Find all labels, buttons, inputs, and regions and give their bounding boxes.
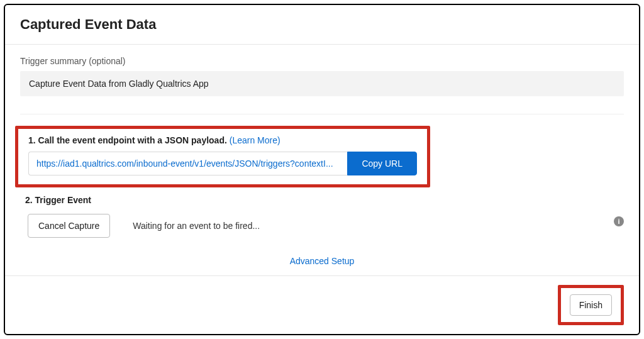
step2-title: 2. Trigger Event xyxy=(25,195,624,205)
cancel-capture-button[interactable]: Cancel Capture xyxy=(28,214,110,238)
modal-body: Trigger summary (optional) 1. Call the e… xyxy=(5,45,639,279)
trigger-summary-input[interactable] xyxy=(20,71,624,96)
page-title: Captured Event Data xyxy=(20,16,624,33)
finish-highlight-frame: Finish xyxy=(558,285,624,325)
copy-url-button[interactable]: Copy URL xyxy=(347,152,417,175)
step1-container: 1. Call the event endpoint with a JSON p… xyxy=(20,126,624,187)
waiting-status-text: Waiting for an event to be fired... xyxy=(133,221,260,231)
modal-header: Captured Event Data xyxy=(5,5,639,45)
trigger-summary-label: Trigger summary (optional) xyxy=(20,56,624,66)
event-url-field[interactable]: https://iad1.qualtrics.com/inbound-event… xyxy=(28,152,347,175)
info-icon[interactable]: i xyxy=(614,216,624,226)
modal-footer: Finish xyxy=(5,275,639,334)
advanced-setup-link[interactable]: Advanced Setup xyxy=(290,256,355,266)
finish-button[interactable]: Finish xyxy=(570,294,612,316)
step1-title: 1. Call the event endpoint with a JSON p… xyxy=(28,135,417,145)
modal-captured-event-data: Captured Event Data Trigger summary (opt… xyxy=(4,4,640,335)
step1-highlight-frame: 1. Call the event endpoint with a JSON p… xyxy=(15,126,430,187)
event-url-row: https://iad1.qualtrics.com/inbound-event… xyxy=(28,152,417,175)
step2-row: Cancel Capture Waiting for an event to b… xyxy=(28,214,624,238)
step1-title-text: 1. Call the event endpoint with a JSON p… xyxy=(28,135,230,145)
divider xyxy=(20,114,624,114)
learn-more-link[interactable]: (Learn More) xyxy=(230,135,280,145)
advanced-setup-row: Advanced Setup xyxy=(20,255,624,267)
